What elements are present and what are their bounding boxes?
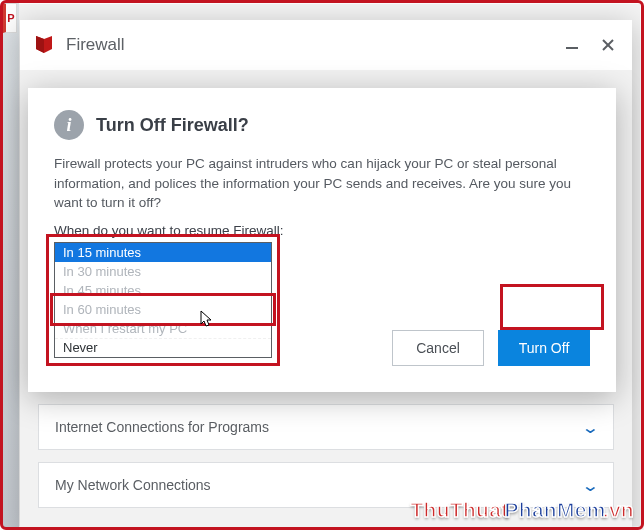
watermark-part2: PhanMem xyxy=(504,498,605,521)
watermark-part1: ThuThuat xyxy=(410,498,508,521)
dialog-body-text: Firewall protects your PC against intrud… xyxy=(54,154,590,213)
dialog-subheading: When do you want to resume Firewall: xyxy=(54,223,590,238)
mcafee-logo-icon xyxy=(32,33,56,57)
cancel-button[interactable]: Cancel xyxy=(392,330,484,366)
info-icon: i xyxy=(54,110,84,140)
sidebar-tab[interactable]: P xyxy=(3,3,17,33)
option-60-minutes[interactable]: In 60 minutes xyxy=(55,300,271,319)
chevron-down-icon: ⌄ xyxy=(581,476,599,495)
dialog-header: i Turn Off Firewall? xyxy=(54,110,590,140)
turn-off-firewall-dialog: i Turn Off Firewall? Firewall protects y… xyxy=(28,88,616,392)
option-15-minutes[interactable]: In 15 minutes xyxy=(55,243,271,262)
minimize-button[interactable] xyxy=(560,33,584,57)
watermark: ThuThuatPhanMem.vn xyxy=(410,498,634,522)
close-button[interactable] xyxy=(596,33,620,57)
dialog-title: Turn Off Firewall? xyxy=(96,115,249,136)
option-45-minutes[interactable]: In 45 minutes xyxy=(55,281,271,300)
panel-label: Internet Connections for Programs xyxy=(55,419,584,435)
chevron-down-icon: ⌄ xyxy=(581,418,599,437)
panel-internet-connections[interactable]: Internet Connections for Programs ⌄ xyxy=(38,404,614,450)
turn-off-button[interactable]: Turn Off xyxy=(498,330,590,366)
option-30-minutes[interactable]: In 30 minutes xyxy=(55,262,271,281)
option-never[interactable]: Never xyxy=(55,338,271,357)
resume-firewall-listbox[interactable]: In 15 minutes In 30 minutes In 45 minute… xyxy=(54,242,272,358)
title-bar: Firewall xyxy=(20,20,632,70)
mouse-cursor-icon xyxy=(200,310,216,330)
window-title: Firewall xyxy=(66,35,560,55)
panel-label: My Network Connections xyxy=(55,477,584,493)
option-when-restart[interactable]: When I restart my PC xyxy=(55,319,271,338)
watermark-part3: .vn xyxy=(603,498,634,521)
left-sidebar-strip: P xyxy=(3,3,19,527)
window-controls xyxy=(560,33,620,57)
